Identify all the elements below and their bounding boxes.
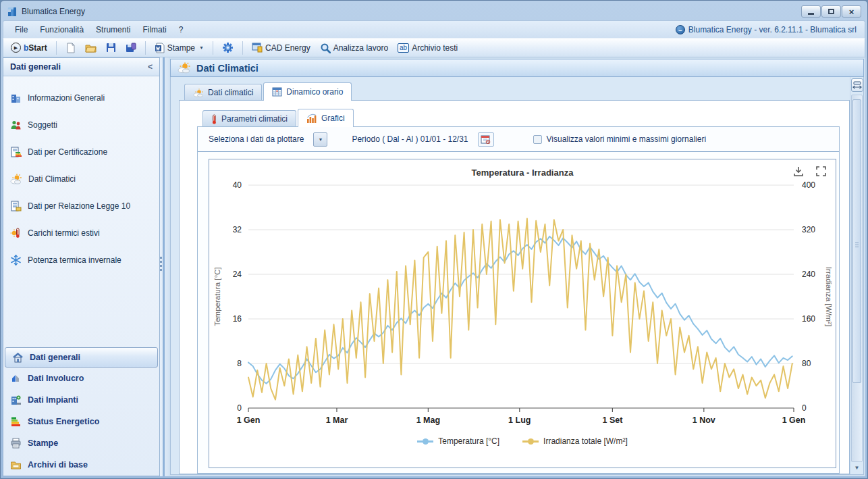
settings-button[interactable] [219, 40, 237, 55]
menu-funzionalita[interactable]: Funzionalità [34, 22, 90, 37]
sidebar-item-dati-climatici[interactable]: Dati Climatici [3, 166, 159, 193]
window-title: Blumatica Energy [22, 7, 85, 16]
minmax-checkbox[interactable] [533, 135, 542, 144]
inner-tabstrip: Parametri climatici Grafici [197, 110, 849, 127]
svg-text:32: 32 [233, 225, 242, 234]
calendar-icon [481, 134, 491, 144]
sidebar-item-label: Dati per Certificazione [28, 147, 107, 157]
period-calendar-button[interactable] [478, 132, 494, 147]
bstart-button[interactable]: ▶ bStart [7, 41, 51, 55]
tab-grafici[interactable]: Grafici [298, 109, 354, 127]
svg-text:400: 400 [802, 180, 815, 190]
save-all-button[interactable] [122, 41, 140, 55]
svg-text:8: 8 [237, 359, 242, 368]
open-button[interactable] [82, 41, 100, 55]
save-all-icon [126, 43, 136, 53]
nav-archivi-di-base[interactable]: Archivi di base [3, 454, 159, 476]
page-header: Dati Climatici [170, 59, 864, 77]
bar-chart-icon [306, 114, 317, 123]
archivio-testi-label: Archivio testi [412, 43, 458, 53]
menu-strumenti[interactable]: Strumenti [90, 22, 136, 37]
collapse-sidebar-icon[interactable]: < [148, 62, 153, 72]
sidebar-item-informazioni-generali[interactable]: Informazioni Generali [3, 84, 159, 111]
sidebar-item-carichi-termici-estivi[interactable]: Carichi termici estivi [3, 220, 159, 247]
toolbar-separator [242, 41, 243, 55]
tab-parametri-climatici[interactable]: Parametri climatici [202, 110, 296, 127]
period-label: Periodo ( Dal - Al ) 01/01 - 12/31 [352, 134, 468, 144]
nav-dati-involucro[interactable]: Dati Involucro [3, 368, 159, 389]
hourly-table-icon [272, 87, 282, 97]
minmax-checkbox-label: Visualizza valori minimi e massimi giorn… [547, 134, 707, 144]
nav-stampe[interactable]: Stampe [3, 432, 159, 454]
sidebar-item-label: Dati Climatici [28, 174, 76, 184]
minimize-button[interactable] [801, 5, 821, 18]
fullscreen-icon[interactable] [816, 166, 826, 176]
toolbar-separator [56, 41, 57, 55]
thermometer-icon [211, 114, 217, 124]
window-body: Dati generali < Informazioni Generali So… [3, 57, 865, 476]
plant-building-icon [10, 395, 22, 405]
nav-dati-impianti[interactable]: Dati Impianti [3, 389, 159, 411]
tab-dati-climatici[interactable]: Dati climatici [184, 84, 262, 101]
save-button[interactable] [103, 41, 119, 55]
svg-text:1 Lug: 1 Lug [508, 415, 531, 425]
scrollbar-thumb[interactable] [852, 99, 861, 383]
archive-folder-icon [10, 459, 22, 470]
svg-text:1 Mag: 1 Mag [416, 415, 440, 425]
svg-text:40: 40 [233, 180, 242, 190]
maximize-button[interactable] [821, 5, 841, 18]
svg-text:240: 240 [802, 270, 815, 279]
chevron-down-icon: ▼ [318, 137, 323, 142]
stampe-button[interactable]: Stampe ▼ [151, 41, 207, 55]
gear-icon [222, 42, 234, 53]
grafici-panel: Seleziona i dati da plottare ▼ Periodo (… [197, 126, 840, 474]
sidebar-item-dati-certificazione[interactable]: Dati per Certificazione [3, 138, 159, 166]
sidebar-header-label: Dati generali [10, 62, 61, 72]
sidebar-item-label: Carichi termici estivi [28, 228, 100, 238]
menu-help[interactable]: ? [173, 22, 190, 37]
sidebar-splitter[interactable] [160, 57, 169, 476]
download-chart-icon[interactable] [793, 166, 804, 176]
legend-irradianza[interactable]: Irradianza totale [W/m²] [522, 436, 628, 446]
sidebar-item-label: Dati per Relazione Legge 10 [28, 201, 130, 211]
new-document-button[interactable] [62, 41, 79, 55]
sidebar-item-label: Informazioni Generali [28, 93, 105, 103]
fit-width-button[interactable] [851, 78, 863, 92]
legend-temperatura[interactable]: Temperatura [°C] [417, 436, 499, 446]
minimize-icon [808, 13, 814, 15]
sun-cloud-icon [10, 174, 22, 184]
svg-text:0: 0 [237, 403, 242, 413]
bstart-label: Start [28, 43, 47, 53]
magnifier-icon [320, 43, 331, 53]
outer-tabstrip: Dati climatici Dinamico orario [179, 84, 850, 101]
close-button[interactable]: × [842, 5, 861, 18]
archivio-testi-button[interactable]: ab Archivio testi [394, 41, 461, 55]
report-doc-icon [10, 201, 22, 211]
dinamico-orario-panel: Parametri climatici Grafici Seleziona i … [179, 100, 850, 474]
chart-panel: Temperatura - Irradianza 008801616024240… [209, 159, 836, 468]
nav-dati-generali[interactable]: Dati generali [5, 347, 158, 368]
menu-filmati[interactable]: Filmati [136, 22, 172, 37]
svg-text:Temperatura [°C]: Temperatura [°C] [213, 267, 221, 326]
nav-status-energetico[interactable]: Status Energetico [3, 411, 159, 432]
open-folder-icon [85, 43, 97, 53]
vertical-scrollbar[interactable] [851, 95, 863, 462]
scroll-down-button[interactable]: ▼ [851, 462, 863, 473]
nav-item-label: Stampe [28, 438, 58, 448]
title-bar: Blumatica Energy × [3, 3, 865, 20]
sidebar-item-relazione-legge10[interactable]: Dati per Relazione Legge 10 [3, 193, 159, 220]
analizza-lavoro-button[interactable]: Analizza lavoro [317, 41, 391, 55]
plot-select-dropdown-button[interactable]: ▼ [313, 132, 327, 147]
menu-file[interactable]: File [9, 22, 34, 37]
cad-energy-button[interactable]: CAD Energy [248, 41, 314, 55]
close-icon: × [849, 7, 855, 17]
stampe-label: Stampe [167, 43, 195, 53]
svg-text:320: 320 [802, 225, 815, 234]
fit-width-icon [852, 81, 862, 89]
sidebar-item-label: Potenza termica invernale [28, 255, 121, 265]
brand-label: Blumatica Energy - ver. 6.2.11.1 - Bluma… [688, 25, 857, 34]
ab-icon: ab [398, 43, 409, 53]
tab-dinamico-orario[interactable]: Dinamico orario [263, 82, 352, 101]
sidebar-item-soggetti[interactable]: Soggetti [3, 111, 159, 138]
sidebar-item-potenza-termica-invernale[interactable]: Potenza termica invernale [3, 247, 159, 274]
